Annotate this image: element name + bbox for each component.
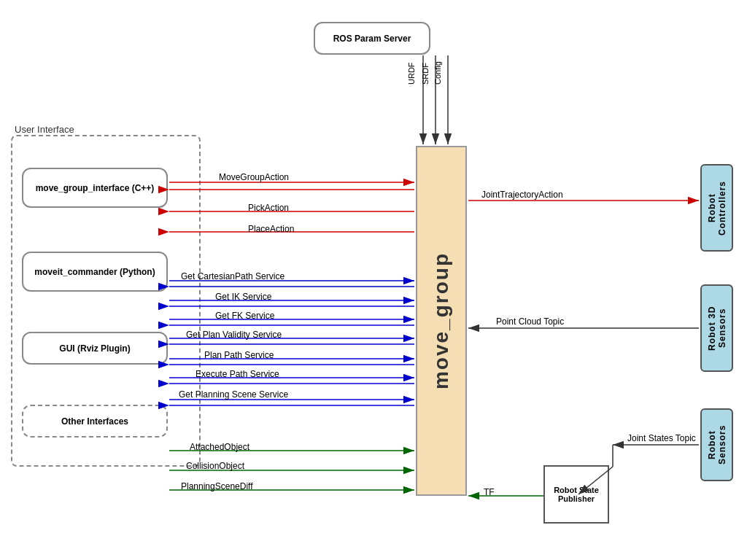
get-ik-label: Get IK Service [215, 292, 271, 302]
move-group-box: move_group [416, 146, 467, 496]
config-label: Config [433, 61, 442, 85]
place-action-label: PlaceAction [248, 224, 294, 234]
point-cloud-topic-label: Point Cloud Topic [496, 316, 564, 327]
get-cartesian-path-label: Get CartesianPath Service [181, 271, 285, 281]
urdf-label: URDF [407, 62, 416, 85]
user-interface-label: User Interface [15, 124, 74, 135]
get-plan-validity-label: Get Plan Validity Service [186, 330, 282, 340]
robot-state-publisher-box: Robot State Publisher [543, 465, 609, 524]
pick-action-label: PickAction [248, 203, 289, 213]
get-planning-scene-label: Get Planning Scene Service [179, 389, 288, 400]
other-interfaces-box: Other Interfaces [22, 405, 168, 438]
planning-scene-diff-label: PlanningSceneDiff [181, 481, 253, 491]
move-group-interface-box: move_group_interface (C++) [22, 168, 168, 208]
gui-rviz-box: GUI (Rviz Plugin) [22, 332, 168, 365]
joint-states-topic-label: Joint States Topic [627, 433, 696, 443]
joint-trajectory-action-label: JointTrajectoryAction [481, 190, 563, 200]
ros-param-server: ROS Param Server [314, 22, 430, 55]
robot-controllers-box: Robot Controllers [700, 164, 733, 252]
srdf-label: SRDF [421, 63, 430, 85]
move-group-action-label: MoveGroupAction [219, 172, 289, 182]
attached-object-label: AttachedObject [190, 442, 249, 452]
tf-label: TF [484, 487, 495, 497]
diagram: ROS Param Server User Interface move_gro… [0, 0, 747, 560]
get-fk-label: Get FK Service [215, 311, 274, 321]
robot-3d-sensors-box: Robot 3D Sensors [700, 284, 733, 372]
moveit-commander-box: moveit_commander (Python) [22, 252, 168, 292]
collision-object-label: CollisionObject [186, 461, 244, 471]
execute-path-label: Execute Path Service [196, 369, 279, 379]
robot-sensors-box: Robot Sensors [700, 408, 733, 481]
plan-path-label: Plan Path Service [204, 350, 274, 360]
